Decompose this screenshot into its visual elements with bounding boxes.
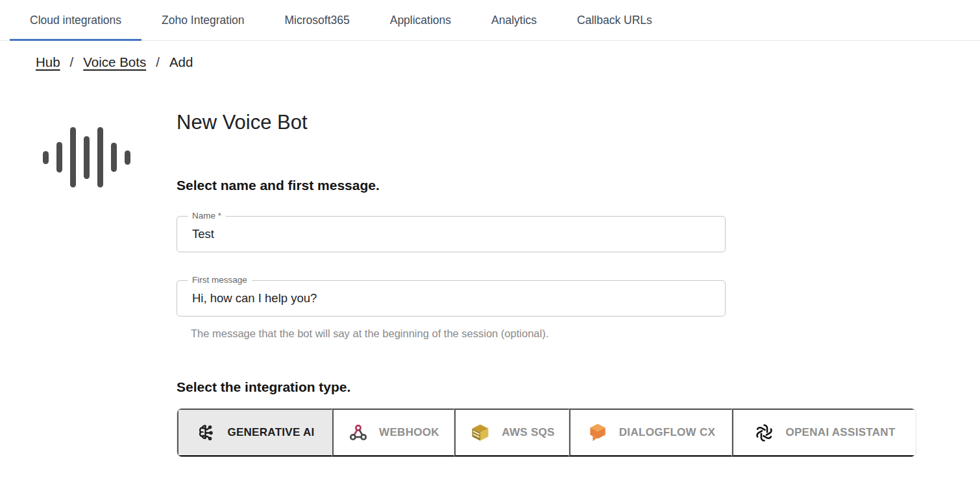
breadcrumb-hub-link[interactable]: Hub [36,54,60,70]
breadcrumb: Hub / Voice Bots / Add [36,54,193,70]
first-message-input[interactable] [177,281,725,316]
voice-bot-add-page: Cloud integrations Zoho Integration Micr… [0,0,980,489]
integration-webhook-button[interactable]: WEBHOOK [332,409,454,457]
breadcrumb-separator: / [70,54,74,70]
section-title-name-message: Select name and first message. [177,178,916,193]
first-message-field: First message [177,280,726,316]
top-nav: Cloud integrations Zoho Integration Micr… [0,0,980,41]
tab-cloud-integrations[interactable]: Cloud integrations [10,0,141,40]
tab-applications[interactable]: Applications [370,0,471,40]
integration-type-label: DIALOGFLOW CX [619,426,715,439]
integration-type-label: AWS SQS [502,426,554,439]
tab-zoho-integration[interactable]: Zoho Integration [141,0,264,40]
integration-openai-assistant-button[interactable]: OPENAI ASSISTANT [732,409,916,457]
name-field-label: Name * [188,210,226,222]
main-content: New Voice Bot Select name and first mess… [177,110,916,457]
section-title-integration-type: Select the integration type. [177,379,916,395]
breadcrumb-separator: / [156,54,160,70]
breadcrumb-current-add: Add [169,54,193,70]
breadcrumb-voice-bots-link[interactable]: Voice Bots [83,54,146,70]
name-field: Name * [177,216,726,252]
tab-analytics[interactable]: Analytics [471,0,557,40]
first-message-helper-text: The message that the bot will say at the… [191,327,916,340]
name-input[interactable] [177,217,725,252]
aws-sqs-icon [469,422,491,444]
integration-type-label: WEBHOOK [379,426,439,439]
first-message-field-label: First message [188,274,252,286]
tab-microsoft365[interactable]: Microsoft365 [265,0,370,40]
page-title: New Voice Bot [177,110,916,135]
integration-type-group: GENERATIVE AI WEBHOOK [177,408,916,457]
dialogflow-icon [587,422,609,444]
integration-dialogflow-cx-button[interactable]: DIALOGFLOW CX [569,409,732,457]
openai-icon [753,422,775,444]
integration-generative-ai-button[interactable]: GENERATIVE AI [177,409,332,457]
voice-wave-icon [43,127,130,187]
webhook-icon [348,422,369,443]
integration-type-label: GENERATIVE AI [227,426,314,439]
integration-type-label: OPENAI ASSISTANT [785,426,895,439]
brain-circuit-icon [195,422,217,444]
tab-callback-urls[interactable]: Callback URLs [557,0,672,40]
integration-aws-sqs-button[interactable]: AWS SQS [454,409,569,457]
